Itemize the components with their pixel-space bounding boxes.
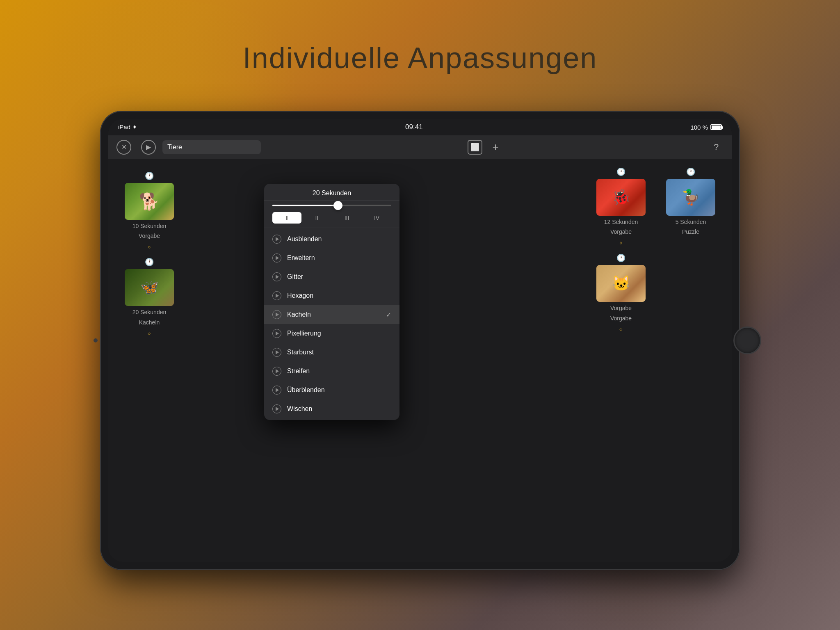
clip-card-dog: 🕐 10 Sekunden Vorgabe ⬦ — [121, 171, 178, 250]
page-title: Individuelle Anpassungen — [243, 41, 598, 75]
right-clips-container: 🕐 12 Sekunden Vorgabe ⬦ 🕐 — [592, 167, 719, 333]
play-icon-pixellierung — [272, 329, 281, 338]
popup-dropdown: 20 Sekunden I II III IV — [264, 184, 399, 420]
clip-dog-thumbnail[interactable] — [125, 183, 174, 220]
popup-label-streifen: Streifen — [287, 368, 310, 375]
popup-item-pixellierung[interactable]: Pixellierung — [264, 324, 399, 343]
popup-header: 20 Sekunden — [264, 184, 399, 201]
popup-item-hexagon[interactable]: Hexagon — [264, 286, 399, 305]
popup-item-kacheln[interactable]: Kacheln ✓ — [264, 305, 399, 324]
popup-item-erweitern[interactable]: Erweitern — [264, 249, 399, 267]
clip-dog-label: Vorgabe — [139, 232, 160, 240]
clip-ladybug-clock[interactable]: 🕐 — [616, 167, 625, 176]
popup-item-streifen[interactable]: Streifen — [264, 362, 399, 381]
clip-cat-image — [596, 265, 646, 302]
add-clip-button[interactable]: + — [489, 141, 502, 154]
home-button[interactable] — [733, 326, 761, 354]
clip-duck-thumbnail[interactable] — [666, 179, 715, 216]
battery-label: 100 % — [690, 124, 708, 131]
popup-item-ausblenden[interactable]: Ausblenden — [264, 230, 399, 249]
clip-butterfly-thumbnail[interactable] — [125, 269, 174, 306]
clip-duck-image — [666, 179, 715, 216]
clip-card-cat: 🕐 Vorgabe Vorgabe ⬦ — [592, 253, 650, 332]
clip-dog-transition[interactable]: ⬦ — [147, 243, 151, 250]
popup-label-kacheln: Kacheln — [287, 311, 311, 318]
aspect-ratio-button[interactable]: ⬜ — [468, 140, 482, 155]
clip-dog-clock[interactable]: 🕐 — [145, 171, 154, 180]
popup-item-wischen[interactable]: Wischen — [264, 399, 399, 418]
clip-cat-label: Vorgabe — [610, 304, 632, 312]
clip-duck-duration: 5 Sekunden — [676, 218, 706, 226]
popup-label-starburst: Starburst — [287, 349, 314, 356]
clip-butterfly-clock[interactable]: 🕐 — [145, 258, 154, 267]
popup-tabs: I II III IV — [272, 212, 391, 224]
status-bar: iPad ✦ 09:41 100 % — [108, 119, 732, 135]
clip-duck-clock[interactable]: 🕐 — [686, 167, 695, 176]
clip-ladybug-duration: 12 Sekunden — [604, 218, 638, 226]
close-button[interactable]: ✕ — [116, 140, 131, 155]
popup-label-wischen: Wischen — [287, 405, 312, 413]
clip-duck-label: Puzzle — [682, 228, 699, 235]
status-time: 09:41 — [405, 123, 423, 131]
clip-card-ladybug: 🕐 12 Sekunden Vorgabe ⬦ — [592, 167, 650, 246]
clip-butterfly-transition[interactable]: ⬦ — [147, 329, 151, 337]
popup-label-ueberblenden: Überblenden — [287, 386, 325, 394]
kacheln-checkmark: ✓ — [386, 311, 391, 319]
clip-card-duck: 🕐 5 Sekunden Puzzle — [662, 167, 719, 235]
battery-icon — [710, 124, 722, 130]
help-button[interactable]: ? — [709, 140, 724, 155]
popup-label-pixellierung: Pixellierung — [287, 330, 321, 337]
slider-track-container — [272, 205, 391, 206]
play-icon-starburst — [272, 348, 281, 357]
clip-butterfly-duration: 20 Sekunden — [132, 308, 167, 316]
popup-item-starburst[interactable]: Starburst — [264, 343, 399, 362]
popup-label-ausblenden: Ausblenden — [287, 235, 322, 243]
popup-label-gitter: Gitter — [287, 273, 303, 281]
clip-cat-label2: Vorgabe — [610, 315, 632, 322]
popup-slider-thumb[interactable] — [333, 201, 342, 210]
clip-dog-image — [125, 183, 174, 220]
play-icon-kacheln — [272, 310, 281, 319]
play-icon-ausblenden — [272, 235, 281, 244]
clip-ladybug-label: Vorgabe — [610, 228, 632, 235]
right-clips-row1: 🕐 12 Sekunden Vorgabe ⬦ 🕐 — [592, 167, 719, 246]
popup-tab-4[interactable]: IV — [362, 212, 391, 224]
left-clips: 🕐 10 Sekunden Vorgabe ⬦ 🕐 20 Sekunden Ka — [121, 171, 178, 554]
popup-slider-area: I II III IV — [264, 201, 399, 228]
play-icon-wischen — [272, 404, 281, 413]
clip-butterfly-label: Kacheln — [139, 319, 160, 326]
popup-tab-1[interactable]: I — [272, 212, 301, 224]
popup-item-ueberblenden[interactable]: Überblenden — [264, 381, 399, 399]
main-content: 🕐 10 Sekunden Vorgabe ⬦ 🕐 20 Sekunden Ka — [108, 159, 732, 562]
clip-butterfly-image — [125, 269, 174, 306]
popup-tab-3[interactable]: III — [332, 212, 361, 224]
clip-cat-thumbnail[interactable] — [596, 265, 646, 302]
clip-ladybug-transition[interactable]: ⬦ — [619, 239, 623, 246]
clip-dog-duration: 10 Sekunden — [132, 222, 167, 230]
popup-list: Ausblenden Erweitern Gitter Hexagon — [264, 228, 399, 420]
play-button[interactable]: ▶ — [141, 140, 156, 155]
ipad-screen: iPad ✦ 09:41 100 % ✕ ▶ ⬜ + ? — [108, 119, 732, 562]
popup-tab-2[interactable]: II — [302, 212, 331, 224]
clip-cat-transition[interactable]: ⬦ — [619, 325, 623, 333]
clip-ladybug-thumbnail[interactable] — [596, 179, 646, 216]
play-icon-ueberblenden — [272, 386, 281, 395]
popup-title: 20 Sekunden — [313, 189, 351, 196]
play-icon-gitter — [272, 272, 281, 281]
popup-slider-fill — [272, 205, 338, 206]
popup-item-gitter[interactable]: Gitter — [264, 267, 399, 286]
popup-slider-track[interactable] — [272, 205, 391, 206]
status-right: 100 % — [690, 124, 722, 131]
popup-label-erweitern: Erweitern — [287, 254, 315, 262]
status-device: iPad ✦ — [118, 123, 137, 131]
play-icon-streifen — [272, 367, 281, 376]
right-clips-row2: 🕐 Vorgabe Vorgabe ⬦ — [592, 253, 719, 332]
play-icon-hexagon — [272, 291, 281, 300]
ipad-frame: iPad ✦ 09:41 100 % ✕ ▶ ⬜ + ? — [100, 111, 740, 570]
clip-card-butterfly: 🕐 20 Sekunden Kacheln ⬦ — [121, 258, 178, 336]
play-icon-erweitern — [272, 253, 281, 262]
title-input[interactable] — [162, 140, 261, 154]
toolbar: ✕ ▶ ⬜ + ? — [108, 135, 732, 159]
clip-cat-clock[interactable]: 🕐 — [616, 253, 625, 262]
popup-label-hexagon: Hexagon — [287, 292, 313, 299]
